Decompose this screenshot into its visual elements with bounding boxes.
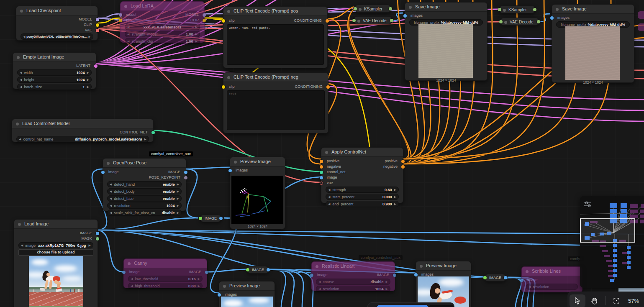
node-openpose-pose[interactable]: OpenPose Pose imageIMAGE POSE_KEYPOINT ◀…: [103, 158, 186, 211]
next-arrow-icon[interactable]: ▶: [89, 35, 91, 38]
end-percent-widget[interactable]: ◀end_percent0.900▶: [326, 201, 399, 207]
node-clip-text-encode-pos[interactable]: CLIP Text Encode (Prompt) pos clipCONDIT…: [223, 6, 328, 68]
high-threshold-widget[interactable]: ◀high_threshold0.80▶: [128, 283, 203, 289]
collapsed-output-slot[interactable]: [537, 20, 540, 23]
image-name-widget[interactable]: ◀imagexxx akRp1k7G_700w_0.jpg▶: [18, 242, 93, 248]
images-input-slot[interactable]: [414, 273, 418, 276]
control-net-name-widget[interactable]: ◀control_net_namediffusion_pytorch_model…: [16, 136, 149, 142]
image-output-slot[interactable]: [205, 271, 208, 274]
latent-output-slot[interactable]: [94, 64, 97, 68]
negative-output-slot[interactable]: [401, 165, 405, 169]
collapsed-output-slot[interactable]: [389, 7, 392, 10]
reroute-output-slot[interactable]: [267, 268, 270, 271]
vae-output-slot[interactable]: [96, 29, 99, 32]
zoom-level[interactable]: 57%: [628, 298, 639, 304]
clip-output-slot[interactable]: [203, 19, 206, 22]
node-vae-decode-collapsed[interactable]: VAE Decode: [354, 16, 392, 24]
ckpt-name-widget[interactable]: ◀ponyDiffusionV6XL_v6StartWithThisOne...…: [21, 33, 93, 40]
model-output-slot[interactable]: [96, 18, 99, 21]
node-scribble-lines[interactable]: Scribble Lines image ◀resolution: [521, 266, 582, 292]
conditioning-output-slot[interactable]: [326, 85, 330, 89]
images-input-slot[interactable]: [228, 169, 232, 172]
width-widget[interactable]: ◀width1024▶: [17, 69, 92, 76]
image-input-slot[interactable]: [122, 271, 126, 274]
node-clip-text-encode-neg[interactable]: CLIP Text Encode (Prompt) neg clipCONDIT…: [223, 72, 328, 133]
image-input-slot[interactable]: [310, 274, 313, 277]
collapsed-input-slot[interactable]: [354, 7, 357, 10]
prompt-textarea[interactable]: women, tan, red pants,: [227, 24, 324, 65]
reroute-image-node[interactable]: IMAGE: [247, 266, 269, 274]
strength-clip-widget[interactable]: ◀strength_clip1.00▶: [125, 38, 200, 44]
reroute-image-node[interactable]: IMAGE: [485, 274, 506, 281]
node-empty-latent-image[interactable]: Empty Latent Image LATENT ◀width1024▶ ◀h…: [13, 52, 96, 89]
minimap-panel[interactable]: [580, 196, 644, 288]
queue-counter[interactable]: [428, 305, 454, 307]
node-canny[interactable]: Canny imageIMAGE ◀low_threshold0.16▶ ◀hi…: [123, 258, 207, 288]
node-save-image[interactable]: Save Image images filename_prefix%date:y…: [405, 2, 487, 81]
height-widget[interactable]: ◀height1024▶: [17, 77, 92, 83]
fit-view-button[interactable]: [608, 294, 624, 307]
images-input-slot[interactable]: [218, 293, 221, 297]
coarse-widget[interactable]: ◀coarsedisable▶: [316, 279, 390, 285]
clip-input-slot[interactable]: [222, 85, 225, 89]
resolution-widget[interactable]: ◀resolution1024▶: [107, 202, 182, 209]
detect-hand-widget[interactable]: ◀detect_handenable▶: [107, 181, 182, 187]
node-graph-canvas[interactable]: Load Checkpoint MODEL CLIP VAE ◀ponyDiff…: [0, 0, 644, 307]
pose-keypoint-output-slot[interactable]: [184, 176, 187, 179]
node-realistic-lineart[interactable]: Realistic Lineart imageIMAGE ◀coarsedisa…: [311, 261, 395, 291]
images-input-slot[interactable]: [550, 16, 554, 20]
node-load-image[interactable]: Load Image IMAGE MASK ◀imagexxx akRp1k7G…: [14, 219, 98, 307]
control-net-output-slot[interactable]: [151, 131, 155, 134]
model-input-slot[interactable]: [119, 13, 122, 17]
strength-model-widget[interactable]: ◀strength_model1.00▶: [125, 31, 200, 37]
clip-output-slot[interactable]: [96, 23, 99, 27]
reroute-input-slot[interactable]: [483, 276, 487, 279]
resolution-widget[interactable]: ◀resolution1024▶: [316, 286, 390, 292]
image-output-slot[interactable]: [393, 274, 396, 277]
resolution-widget[interactable]: ◀resolution: [526, 284, 578, 290]
node-preview-image[interactable]: Preview Image images 1024 × 1024: [230, 157, 285, 229]
prompt-textarea[interactable]: text: [227, 90, 325, 130]
strength-widget[interactable]: ◀strength0.60▶: [326, 187, 399, 193]
pose-preview-image[interactable]: [231, 176, 283, 224]
minimap-viewport[interactable]: [580, 219, 635, 242]
pan-tool-button[interactable]: [586, 294, 602, 307]
image-output-slot[interactable]: [96, 232, 99, 235]
collapsed-input-slot[interactable]: [352, 19, 356, 22]
prev-arrow-icon[interactable]: ◀: [23, 35, 25, 38]
choose-file-button[interactable]: choose file to upload: [18, 249, 93, 256]
image-output-slot[interactable]: [184, 171, 187, 174]
node-apply-controlnet[interactable]: Apply ControlNet positivepositive negati…: [321, 147, 403, 203]
positive-input-slot[interactable]: [320, 160, 323, 163]
node-ksampler-collapsed[interactable]: KSampler: [499, 5, 535, 13]
model-output-slot[interactable]: [203, 13, 206, 17]
image-input-slot[interactable]: [320, 176, 323, 179]
clip-input-slot[interactable]: [222, 19, 225, 23]
reroute-output-slot[interactable]: [219, 217, 223, 220]
sky-preview-image[interactable]: [221, 297, 273, 307]
node-save-image[interactable]: Save Image images filename_prefix%date:y…: [552, 4, 634, 83]
reroute-image-node[interactable]: IMAGE: [200, 215, 221, 222]
detect-face-widget[interactable]: ◀detect_faceenable▶: [107, 195, 182, 202]
select-tool-button[interactable]: [570, 294, 585, 307]
queue-progress-bar[interactable]: [367, 302, 454, 307]
collapsed-output-slot[interactable]: [533, 8, 536, 11]
node-load-checkpoint[interactable]: Load Checkpoint MODEL CLIP VAE ◀ponyDiff…: [16, 6, 98, 41]
collapse-dot-icon[interactable]: [20, 10, 23, 13]
collapsed-output-slot[interactable]: [390, 19, 393, 22]
queue-button[interactable]: [377, 305, 428, 307]
node-load-controlnet-model[interactable]: Load ControlNet Model CONTROL_NET ◀contr…: [12, 119, 154, 142]
clip-input-slot[interactable]: [119, 19, 122, 22]
image-input-slot[interactable]: [520, 279, 523, 282]
node-preview-image[interactable]: Preview Image images: [219, 281, 275, 307]
node-preview-image[interactable]: Preview Image images: [416, 261, 471, 307]
low-threshold-widget[interactable]: ◀low_threshold0.16▶: [128, 276, 203, 282]
image-input-slot[interactable]: [101, 171, 105, 174]
vae-input-slot[interactable]: [320, 182, 323, 185]
batch-size-widget[interactable]: ◀batch_size1▶: [17, 84, 92, 90]
node-ksampler-collapsed[interactable]: KSampler: [355, 5, 391, 13]
lora-name-widget[interactable]: ◀xxx_v1.0.safetensors▶: [125, 24, 200, 30]
reroute-output-slot[interactable]: [504, 276, 507, 279]
negative-input-slot[interactable]: [320, 165, 323, 169]
control-net-input-slot[interactable]: [320, 171, 323, 174]
